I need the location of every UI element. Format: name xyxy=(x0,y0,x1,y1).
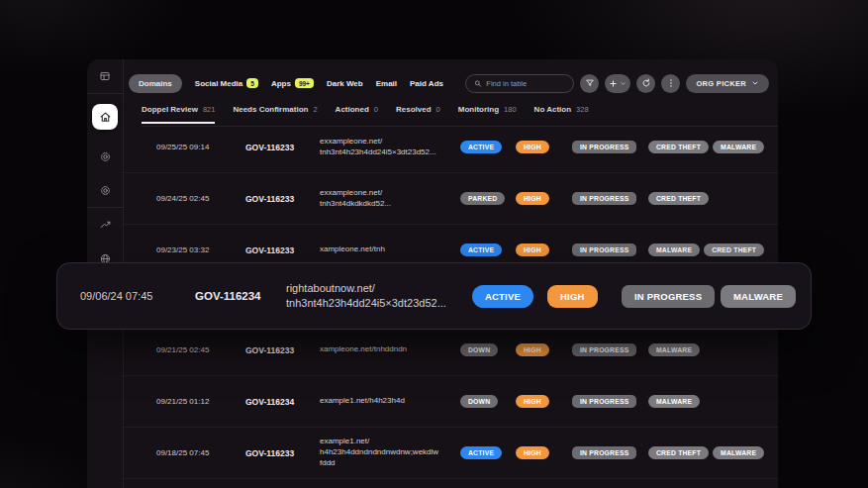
chevron-down-icon xyxy=(620,80,627,87)
progress-badge: IN PROGRESS xyxy=(572,192,636,205)
refresh-icon xyxy=(641,78,651,88)
tab-email[interactable]: Email xyxy=(376,79,397,88)
tab-label: Email xyxy=(376,79,397,88)
collapse-menu-icon[interactable] xyxy=(87,59,124,93)
status-badge: ACTIVE xyxy=(460,446,502,459)
org-picker-button[interactable]: ORG PICKER xyxy=(686,74,769,93)
tab-social-media[interactable]: Social Media5 xyxy=(195,78,258,88)
tab-label: Paid Ads xyxy=(410,79,443,88)
tag-badge: MALWARE xyxy=(648,395,700,408)
row-domain-name: example1.net/h4h23h4d xyxy=(320,396,460,407)
severity-badge: HIGH xyxy=(516,446,549,459)
row-severity-cell: HIGH xyxy=(516,395,572,408)
progress-badge: IN PROGRESS xyxy=(572,343,636,356)
refresh-button[interactable] xyxy=(636,74,655,93)
row-id: GOV-116233 xyxy=(245,245,320,255)
table-row[interactable]: 09/21/25 02:45GOV-116233xampleone.net/tn… xyxy=(124,325,778,376)
subtab-count: 821 xyxy=(203,105,216,114)
table-row[interactable]: 09/18/25 07:45GOV-116233example1.net/ h4… xyxy=(124,428,778,479)
row-id: GOV-116234 xyxy=(195,290,286,302)
table-row[interactable]: 09/21/25 01:12GOV-116234example1.net/h4h… xyxy=(124,376,778,428)
severity-badge: HIGH xyxy=(547,285,598,308)
subtab-monitoring[interactable]: Monitoring180 xyxy=(458,105,517,122)
severity-badge: HIGH xyxy=(516,343,549,356)
spotlight-row-card[interactable]: 09/06/24 07:45GOV-116234rightaboutnow.ne… xyxy=(56,262,812,330)
row-tags-cell: MALWARECRED THEFT xyxy=(648,244,778,256)
progress-badge: IN PROGRESS xyxy=(572,446,636,459)
table-row[interactable]: 09/24/25 02:45GOV-116233exxampleone.net/… xyxy=(124,173,778,225)
row-id: GOV-116233 xyxy=(245,345,320,355)
row-date: 09/24/25 02:45 xyxy=(156,194,245,203)
progress-badge: IN PROGRESS xyxy=(572,244,636,256)
severity-badge: HIGH xyxy=(516,192,549,205)
row-progress-cell: IN PROGRESS xyxy=(572,343,648,356)
tag-badge: CRED THEFT xyxy=(648,141,709,153)
row-date: 09/18/25 07:45 xyxy=(156,448,245,457)
row-severity-cell: HIGH xyxy=(516,446,572,459)
sidebar-item-settings[interactable] xyxy=(87,140,124,173)
row-severity-cell: HIGH xyxy=(516,343,572,356)
tab-label: Social Media xyxy=(195,79,242,88)
subtab-label: Needs Confirmation xyxy=(233,105,308,114)
row-progress-cell: IN PROGRESS xyxy=(572,446,648,459)
tab-paid-ads[interactable]: Paid Ads xyxy=(410,79,443,88)
row-id: GOV-116233 xyxy=(245,194,320,204)
tag-badge: CRED THEFT xyxy=(648,446,709,459)
table-row[interactable]: 09/25/25 09:14GOV-116233exxampleone.net/… xyxy=(124,122,778,173)
row-progress-cell: IN PROGRESS xyxy=(572,141,648,153)
tag-badge: MALWARE xyxy=(713,141,764,153)
row-progress-cell: IN PROGRESS xyxy=(622,285,721,308)
tab-apps[interactable]: Apps99+ xyxy=(271,78,314,88)
filter-button[interactable] xyxy=(580,74,599,93)
status-badge: ACTIVE xyxy=(472,285,533,308)
table-rows-below: 09/21/25 02:45GOV-116233xampleone.net/tn… xyxy=(124,325,778,479)
subtab-label: No Action xyxy=(534,105,571,114)
tab-domains[interactable]: Domains xyxy=(129,74,182,93)
row-severity-cell: HIGH xyxy=(516,244,572,256)
sidebar-item-home[interactable] xyxy=(92,104,118,130)
subtab-label: Doppel Review xyxy=(142,105,198,114)
row-domain-name: xampleone.net/tnh xyxy=(320,244,460,255)
shield-gear-icon xyxy=(99,184,112,197)
row-severity-cell: HIGH xyxy=(516,192,572,205)
kebab-icon xyxy=(666,78,676,88)
subtab-label: Actioned xyxy=(336,105,369,114)
tab-count-badge: 99+ xyxy=(295,78,314,88)
row-tags-cell: MALWARE xyxy=(648,343,778,356)
row-domain-name: example1.net/ h4h23h4ddndndndnwdnw;wekdl… xyxy=(320,437,460,468)
row-progress-cell: IN PROGRESS xyxy=(572,192,648,205)
tab-label: Domains xyxy=(139,79,172,88)
subtab-actioned[interactable]: Actioned0 xyxy=(336,105,378,122)
tag-badge: CRED THEFT xyxy=(648,192,709,205)
toolbar-actions: ORG PICKER xyxy=(465,74,769,93)
add-button[interactable] xyxy=(605,74,630,93)
row-date: 09/23/25 03:32 xyxy=(156,245,245,254)
search-input[interactable] xyxy=(486,79,565,88)
tag-badge: MALWARE xyxy=(648,244,700,256)
tag-badge: MALWARE xyxy=(713,446,764,459)
subtab-label: Monitoring xyxy=(458,105,499,114)
sidebar-item-protection[interactable] xyxy=(87,173,124,207)
subtab-no-action[interactable]: No Action328 xyxy=(534,105,589,122)
severity-badge: HIGH xyxy=(516,395,549,408)
chevron-down-icon xyxy=(751,79,759,87)
row-domain-name: exxampleone.net/ tnh3nt4h23h4dd24i5×3dt2… xyxy=(320,137,460,158)
subtab-needs-confirmation[interactable]: Needs Confirmation2 xyxy=(233,105,317,122)
trend-up-icon xyxy=(99,219,112,232)
severity-badge: HIGH xyxy=(516,244,549,256)
more-button[interactable] xyxy=(661,74,680,93)
sidebar-divider xyxy=(87,93,124,94)
row-tags-cell: CRED THEFTMALWARE xyxy=(648,141,778,153)
funnel-icon xyxy=(585,78,595,88)
severity-badge: HIGH xyxy=(516,141,549,153)
row-tags-cell: CRED THEFTMALWARE xyxy=(648,446,778,459)
org-picker-label: ORG PICKER xyxy=(696,79,746,88)
tab-label: Apps xyxy=(271,79,291,88)
status-badge: ACTIVE xyxy=(460,141,502,153)
sidebar-item-analytics[interactable] xyxy=(87,208,124,242)
search-box[interactable] xyxy=(465,74,574,93)
subtab-resolved[interactable]: Resolved0 xyxy=(396,105,440,122)
table-row[interactable]: 09/06/24 07:45GOV-116234rightaboutnow.ne… xyxy=(57,263,811,329)
tab-dark-web[interactable]: Dark Web xyxy=(327,79,363,88)
table-rows-above: 09/25/25 09:14GOV-116233exxampleone.net/… xyxy=(124,122,778,276)
